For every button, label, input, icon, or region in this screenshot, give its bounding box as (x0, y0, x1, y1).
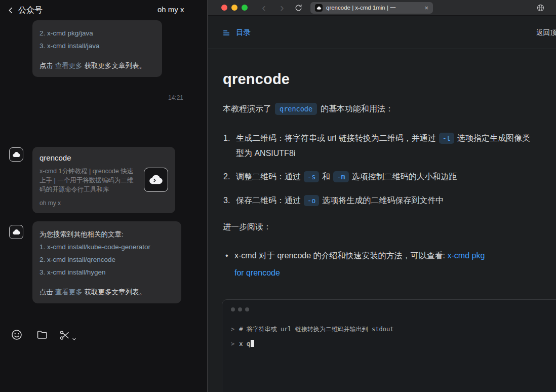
tab-favicon (315, 4, 323, 12)
list-text: 调整二维码：通过 (236, 172, 301, 181)
reload-icon (294, 4, 303, 12)
bubble-footer: 点击 查看更多 获取更多文章列表。 (39, 61, 155, 70)
list-number: 2. (223, 169, 230, 184)
list-number: 3. (223, 193, 230, 208)
terminal-line: >x q (231, 337, 556, 351)
close-window-button[interactable] (221, 5, 227, 11)
terminal-line: ># 将字符串或 url 链接转换为二维码并输出到 stdout (231, 322, 556, 337)
cloud-logo-icon (12, 150, 21, 159)
toc-list-icon (222, 29, 230, 37)
emoji-button[interactable] (10, 328, 23, 341)
list-item: 3.保存二维码：通过-o选项将生成的二维码保存到文件中 (223, 193, 535, 208)
page-title: qrencode (223, 71, 290, 88)
terminal-comment: # 将字符串或 url 链接转换为二维码并输出到 stdout (239, 326, 393, 333)
intro-paragraph: 本教程演示了qrencode的基本功能和用法： (223, 103, 393, 115)
smiley-icon (11, 329, 23, 341)
terminal-dot (238, 307, 242, 311)
card-thumbnail (144, 168, 168, 192)
card-title: qrencode (39, 153, 168, 162)
terminal-prompt: > (231, 326, 234, 333)
back-label: 公众号 (18, 5, 43, 16)
browser-tab[interactable]: qrencode | x-cmd 1min | 一 × (310, 2, 433, 14)
terminal-dot (245, 307, 249, 311)
footer-text: 点击 (39, 62, 55, 69)
back-to-top-button[interactable]: 返回顶部 (536, 28, 556, 37)
browser-window: ‹ › qrencode | x-cmd 1min | 一 × (208, 0, 556, 392)
inline-code-s-flag: -s (304, 171, 319, 182)
footer-text: 获取更多文章列表。 (83, 288, 146, 296)
chat-header: 公众号 oh my x (0, 0, 208, 20)
avatar[interactable] (9, 147, 23, 162)
card-description: x-cmd 1分钟教程 | qrencode 快速上手 | 一个用于将数据编码为… (39, 167, 139, 194)
cloud-logo-icon (12, 228, 21, 237)
file-button[interactable] (35, 328, 49, 341)
inline-code-t-flag: -t (439, 133, 454, 144)
timestamp: 14:21 (168, 94, 183, 101)
chevron-left-icon (7, 7, 15, 14)
zoom-window-button[interactable] (242, 5, 248, 11)
list-item: 2.调整二维码：通过-s和-m选项控制二维码的大小和边距 (223, 169, 535, 184)
bullet-text: x-cmd 对于 qrencode 的介绍和快速安装的方法，可以查看: (234, 251, 448, 260)
article-link[interactable]: 3. x-cmd install/hygen (39, 266, 174, 279)
feature-list: 1.生成二维码：将字符串或 url 链接转换为二维码，并通过-t选项指定生成图像… (223, 131, 535, 216)
terminal-demo-block: ># 将字符串或 url 链接转换为二维码并输出到 stdout >x q (222, 299, 556, 392)
list-text: 保存二维码：通过 (236, 196, 301, 205)
terminal-prompt: > (231, 340, 234, 347)
article-link[interactable]: 3. x-cmd install/java (39, 40, 155, 52)
pkg-link-line2: for qrencode (234, 268, 280, 277)
article-link[interactable]: 1. x-cmd install/kube-code-generator (39, 241, 174, 253)
pkg-link-line1: x-cmd pkg (448, 251, 485, 260)
inline-code-m-flag: -m (333, 171, 348, 182)
see-more-link[interactable]: 查看更多 (55, 288, 83, 296)
share-button[interactable] (536, 4, 545, 12)
card-source: oh my x (39, 200, 168, 207)
folder-icon (36, 329, 48, 341)
minimize-window-button[interactable] (231, 5, 237, 11)
cloud-logo-icon (148, 172, 164, 187)
browser-back-button[interactable]: ‹ (259, 0, 269, 16)
chat-window: 公众号 oh my x 2. x-cmd pkg/java 3. x-cmd i… (0, 0, 208, 392)
terminal-command: x q (239, 340, 250, 347)
bubble-footer: 点击 查看更多 获取更多文章列表。 (39, 288, 174, 297)
screenshot-button[interactable] (61, 328, 74, 341)
list-text: 选项控制二维码的大小和边距 (352, 172, 457, 181)
footer-text: 获取更多文章列表。 (83, 62, 146, 69)
article-card[interactable]: qrencode x-cmd 1分钟教程 | qrencode 快速上手 | 一… (32, 147, 175, 213)
scissors-icon (59, 329, 71, 341)
tab-title: qrencode | x-cmd 1min | 一 (326, 4, 421, 12)
chat-input-toolbar (0, 325, 84, 345)
article-link[interactable]: 2. x-cmd pkg/java (39, 27, 155, 40)
inline-code-o-flag: -o (304, 195, 319, 206)
footer-text: 点击 (39, 288, 55, 296)
message-bubble-search-results: 为您搜索到其他相关的文章: 1. x-cmd install/kube-code… (32, 221, 181, 303)
doc-toolbar: 目录 返回顶部 (208, 16, 556, 49)
list-text: 选项将生成的二维码保存到文件中 (322, 196, 444, 205)
intro-text: 本教程演示了 (223, 104, 271, 113)
tab-close-icon[interactable]: × (424, 5, 428, 11)
inline-code-qrencode: qrencode (275, 103, 317, 115)
further-reading-item: x-cmd 对于 qrencode 的介绍和快速安装的方法，可以查看: x-cm… (223, 247, 519, 282)
cloud-logo-icon (316, 6, 322, 11)
list-number: 1. (223, 131, 230, 146)
browser-forward-button[interactable]: › (277, 0, 287, 16)
further-reading-heading: 进一步阅读： (223, 222, 271, 232)
back-button[interactable]: 公众号 (7, 5, 43, 16)
terminal-dot (231, 307, 235, 311)
intro-text: 的基本功能和用法： (321, 104, 393, 113)
search-intro: 为您搜索到其他相关的文章: (39, 228, 174, 241)
screen: 公众号 oh my x 2. x-cmd pkg/java 3. x-cmd i… (0, 0, 556, 392)
see-more-link[interactable]: 查看更多 (55, 62, 83, 69)
terminal-cursor (251, 340, 254, 347)
avatar[interactable] (9, 225, 23, 239)
list-item: 1.生成二维码：将字符串或 url 链接转换为二维码，并通过-t选项指定生成图像… (223, 131, 535, 161)
table-of-contents-button[interactable]: 目录 (222, 28, 251, 37)
chat-title: oh my x (157, 5, 184, 14)
browser-chrome: ‹ › qrencode | x-cmd 1min | 一 × (208, 0, 556, 16)
window-controls (221, 5, 248, 11)
toc-label: 目录 (236, 28, 251, 37)
reload-button[interactable] (294, 4, 303, 12)
article-link[interactable]: 2. x-cmd install/qrencode (39, 253, 174, 266)
list-text: 和 (322, 172, 330, 181)
chevron-down-icon (72, 337, 76, 341)
message-bubble-java-list: 2. x-cmd pkg/java 3. x-cmd install/java … (32, 20, 162, 77)
